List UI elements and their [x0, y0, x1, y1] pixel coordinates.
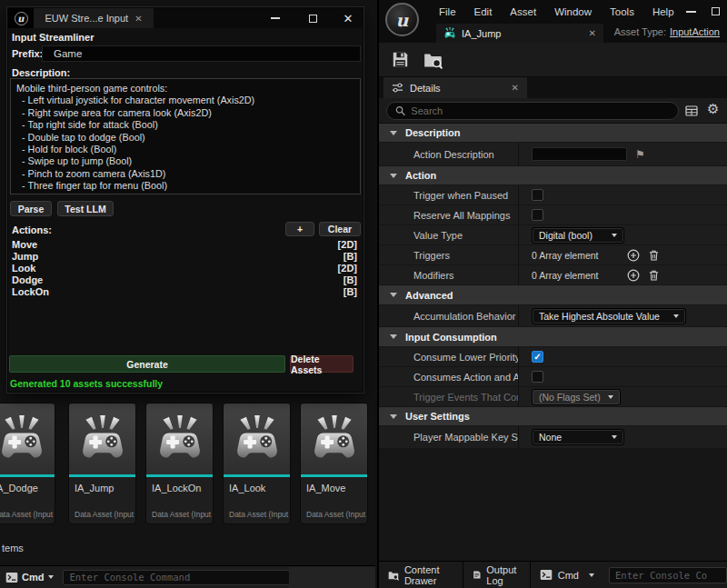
prefix-input[interactable]: [42, 45, 361, 62]
minimize-button[interactable]: [264, 8, 287, 28]
output-log-button[interactable]: Output Log: [463, 562, 530, 588]
row-value-type: Value Type Digital (bool): [379, 225, 727, 245]
close-icon[interactable]: ✕: [134, 14, 142, 24]
section-action[interactable]: Action: [379, 166, 727, 185]
menu-edit[interactable]: Edit: [465, 6, 502, 17]
test-llm-button[interactable]: Test LLM: [57, 201, 114, 216]
expander-arrow-icon[interactable]: [390, 293, 397, 297]
trash-icon[interactable]: [648, 249, 660, 262]
asset-type-label: Asset Type:: [614, 26, 666, 37]
euw-titlebar[interactable]: u EUW Stre...e Input ✕ ✕: [8, 8, 363, 28]
action-list-item[interactable]: Look [2D]: [12, 263, 357, 274]
chevron-down-icon: [608, 395, 613, 399]
euw-tab[interactable]: EUW Stre...e Input ✕: [34, 8, 154, 28]
search-input[interactable]: [411, 105, 670, 116]
save-icon[interactable]: [392, 51, 409, 68]
gamepad-icon: [232, 415, 283, 463]
console-command-input[interactable]: [63, 570, 290, 585]
action-type-badge: [B]: [344, 286, 357, 298]
action-type-badge: [B]: [344, 274, 357, 286]
gear-icon[interactable]: ⚙: [707, 101, 719, 117]
row-action-description: Action Description ⚑: [379, 143, 727, 166]
trigger-events-dropdown: (No Flags Set): [532, 389, 621, 405]
actions-label: Actions:: [12, 224, 52, 235]
search-box[interactable]: [386, 102, 679, 120]
gamepad-icon: [443, 27, 456, 39]
section-advanced[interactable]: Advanced: [379, 285, 727, 305]
asset-tile-ia-jump[interactable]: IA_Jump Data Asset (Input A..: [68, 403, 136, 524]
asset-tile-ia-dodge[interactable]: IA_Dodge Data Asset (Input A..: [0, 403, 55, 524]
action-list-item[interactable]: Jump [B]: [12, 251, 357, 263]
value-type-dropdown[interactable]: Digital (bool): [532, 227, 624, 244]
menu-help[interactable]: Help: [643, 6, 683, 17]
expander-arrow-icon[interactable]: [390, 174, 397, 178]
menu-asset[interactable]: Asset: [501, 6, 545, 17]
trash-icon[interactable]: [648, 269, 660, 282]
section-input-consumption[interactable]: Input Consumption: [379, 327, 727, 347]
action-list-item[interactable]: Dodge [B]: [12, 274, 357, 286]
description-label: Description:: [12, 67, 70, 78]
expander-arrow-icon[interactable]: [390, 131, 397, 135]
gamepad-icon: [0, 415, 47, 463]
accumulation-behavior-dropdown[interactable]: Take Highest Absolute Value: [532, 308, 686, 324]
delete-assets-button[interactable]: Delete Assets: [290, 355, 354, 373]
asset-tile-ia-move[interactable]: IA_Move Data Asset (Input A..: [300, 403, 368, 524]
close-icon[interactable]: ✕: [512, 83, 519, 93]
asset-thumbnail: [146, 404, 213, 474]
row-trigger-events-consumed: Trigger Events That Consume.. (No Flags …: [379, 387, 727, 407]
action-list-item[interactable]: Move [2D]: [12, 239, 357, 251]
add-array-element-icon[interactable]: [627, 249, 640, 262]
section-user-settings[interactable]: User Settings: [379, 407, 727, 426]
close-button[interactable]: ✕: [336, 8, 360, 28]
description-textarea[interactable]: Mobile third-person game controls: - Lef…: [10, 78, 361, 194]
add-array-element-icon[interactable]: [627, 269, 640, 282]
maximize-icon[interactable]: [712, 7, 720, 15]
status-message: Generated 10 assets successfully: [10, 378, 163, 389]
tab-details[interactable]: Details ✕: [383, 77, 527, 98]
editor-window: u File Edit Asset Window Tools Help IA_J…: [377, 0, 727, 588]
details-sliders-icon: [392, 82, 403, 94]
action-name: Look: [12, 263, 35, 274]
action-description-input[interactable]: [532, 147, 627, 161]
cmd-dropdown[interactable]: Cmd: [531, 562, 603, 588]
menu-file[interactable]: File: [430, 6, 465, 17]
close-icon[interactable]: ✕: [589, 28, 596, 38]
add-action-button[interactable]: +: [285, 222, 314, 236]
tab-ia-jump[interactable]: IA_Jump ✕: [436, 24, 603, 43]
row-player-mappable-key-settings: Player Mappable Key Settings None: [379, 426, 727, 449]
action-list-item[interactable]: LockOn [B]: [12, 286, 357, 298]
details-tab-bar: Details ✕: [379, 77, 727, 98]
consume-lower-priority-checkbox[interactable]: ✓: [532, 351, 543, 363]
action-type-badge: [B]: [344, 251, 357, 263]
cmd-terminal-icon: [540, 569, 553, 581]
menu-tools[interactable]: Tools: [601, 6, 643, 17]
cmd-dropdown-label[interactable]: Cmd: [22, 572, 44, 583]
player-mappable-dropdown[interactable]: None: [532, 429, 624, 445]
section-description[interactable]: Description: [379, 124, 727, 143]
console-command-input[interactable]: [609, 567, 727, 583]
expander-arrow-icon[interactable]: [390, 334, 397, 339]
parse-button[interactable]: Parse: [10, 201, 52, 216]
action-type-badge: [2D]: [338, 263, 357, 274]
content-drawer-button[interactable]: Content Drawer: [379, 562, 463, 588]
consumes-action-axis-checkbox[interactable]: [532, 371, 543, 383]
row-consume-lower-priority: Consume Lower Priority Enhan.. ✓: [379, 347, 727, 367]
chevron-down-icon[interactable]: [48, 575, 54, 579]
asset-tile-ia-look[interactable]: IA_Look Data Asset (Input A..: [223, 403, 291, 524]
flag-icon[interactable]: ⚑: [635, 148, 645, 161]
menu-window[interactable]: Window: [545, 6, 601, 17]
reserve-all-mappings-checkbox[interactable]: [532, 209, 543, 221]
maximize-button[interactable]: [301, 8, 324, 28]
display-filter-grid-icon[interactable]: [685, 105, 698, 117]
asset-name: IA_Jump: [69, 477, 135, 493]
clear-actions-button[interactable]: Clear: [319, 222, 361, 236]
browse-to-asset-icon[interactable]: [423, 51, 443, 69]
minimize-icon[interactable]: [686, 11, 696, 13]
asset-tile-ia-lockon[interactable]: IA_LockOn Data Asset (Input A..: [145, 403, 214, 524]
generate-button[interactable]: Generate: [9, 355, 285, 373]
trigger-when-paused-checkbox[interactable]: [532, 189, 543, 201]
expander-arrow-icon[interactable]: [390, 414, 397, 419]
asset-type-value[interactable]: InputAction: [670, 26, 720, 37]
action-name: LockOn: [12, 286, 49, 298]
chevron-down-icon: [589, 573, 594, 577]
